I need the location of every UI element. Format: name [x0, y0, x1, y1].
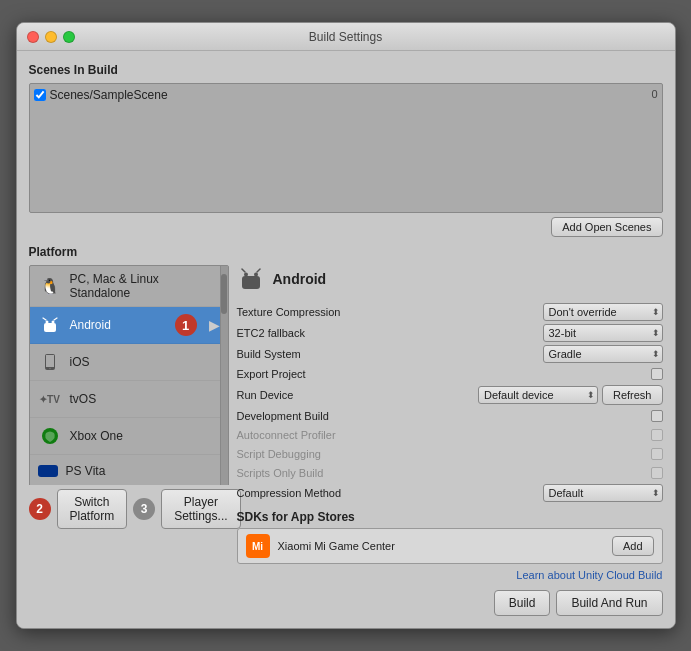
platform-icon-android [38, 313, 62, 337]
texture-compression-select-wrapper: Don't override [543, 303, 663, 321]
platform-list: 🐧 PC, Mac & Linux Standalone Android 1 ▶ [29, 265, 229, 485]
switch-platform-badge: 2 [29, 498, 51, 520]
platform-item-psvita[interactable]: PS Vita [30, 455, 228, 485]
build-and-run-button[interactable]: Build And Run [556, 590, 662, 616]
script-debugging-row: Script Debugging [237, 446, 663, 462]
platform-name-tvos: tvOS [70, 392, 97, 406]
bottom-buttons-row: Build Build And Run [237, 590, 663, 616]
android-badge: 1 [175, 314, 197, 336]
build-system-select-wrapper: Gradle [543, 345, 663, 363]
platform-item-android[interactable]: Android 1 ▶ [30, 307, 228, 344]
export-project-label: Export Project [237, 366, 306, 382]
compression-method-label: Compression Method [237, 485, 342, 501]
settings-panel: Android Texture Compression Don't overri… [237, 265, 663, 616]
build-button[interactable]: Build [494, 590, 551, 616]
svg-point-1 [45, 321, 48, 324]
development-build-row: Development Build [237, 408, 663, 424]
android-header-icon [237, 265, 265, 293]
script-debugging-checkbox[interactable] [651, 448, 663, 460]
export-project-checkbox[interactable] [651, 368, 663, 380]
cloud-build-link[interactable]: Learn about Unity Cloud Build [516, 569, 662, 581]
export-project-row: Export Project [237, 366, 663, 382]
scenes-box: Scenes/SampleScene 0 [29, 83, 663, 213]
platform-name-pc: PC, Mac & Linux Standalone [70, 272, 220, 300]
run-device-row: Run Device Default device Refresh [237, 385, 663, 405]
add-sdk-button[interactable]: Add [612, 536, 654, 556]
compression-method-row: Compression Method Default [237, 484, 663, 502]
scripts-only-label: Scripts Only Build [237, 465, 324, 481]
refresh-button[interactable]: Refresh [602, 385, 663, 405]
autoconnect-profiler-row: Autoconnect Profiler [237, 427, 663, 443]
arrow-right-icon: ▶ [209, 317, 220, 333]
maximize-button[interactable] [63, 31, 75, 43]
platform-name-android: Android [70, 318, 111, 332]
run-device-select-wrapper: Default device [478, 386, 598, 404]
minimize-button[interactable] [45, 31, 57, 43]
run-device-dropdown[interactable]: Default device [478, 386, 598, 404]
sdk-name: Xiaomi Mi Game Center [278, 540, 604, 552]
cloud-build-link-row: Learn about Unity Cloud Build [237, 568, 663, 582]
etc2-fallback-row: ETC2 fallback 32-bit [237, 324, 663, 342]
platform-item-pc[interactable]: 🐧 PC, Mac & Linux Standalone [30, 266, 228, 307]
sdks-label: SDKs for App Stores [237, 510, 663, 524]
etc2-fallback-select-wrapper: 32-bit [543, 324, 663, 342]
etc2-fallback-dropdown[interactable]: 32-bit [543, 324, 663, 342]
build-system-label: Build System [237, 346, 301, 362]
svg-line-15 [242, 269, 245, 272]
autoconnect-profiler-label: Autoconnect Profiler [237, 427, 336, 443]
platform-icon-pc: 🐧 [38, 274, 62, 298]
scripts-only-checkbox[interactable] [651, 467, 663, 479]
svg-rect-12 [242, 276, 260, 289]
right-buttons: Build Build And Run [494, 590, 663, 616]
build-system-row: Build System Gradle [237, 345, 663, 363]
texture-compression-row: Texture Compression Don't override [237, 303, 663, 321]
main-content: Scenes In Build Scenes/SampleScene 0 Add… [17, 51, 675, 628]
scene-checkbox[interactable] [34, 89, 46, 101]
development-build-label: Development Build [237, 408, 329, 424]
platform-icon-tvos: ✦TV [38, 387, 62, 411]
scene-item: Scenes/SampleScene [34, 88, 658, 102]
sdk-item: Mi Xiaomi Mi Game Center Add [237, 528, 663, 564]
svg-line-3 [43, 318, 46, 320]
svg-point-7 [49, 368, 51, 370]
platform-icon-xbox [38, 424, 62, 448]
script-debugging-label: Script Debugging [237, 446, 321, 462]
platform-icon-ios [38, 350, 62, 374]
svg-line-4 [54, 318, 57, 320]
sdks-section: SDKs for App Stores Mi Xiaomi Mi Game Ce… [237, 510, 663, 564]
build-settings-window: Build Settings Scenes In Build Scenes/Sa… [16, 22, 676, 629]
build-system-dropdown[interactable]: Gradle [543, 345, 663, 363]
platform-icon-psvita [38, 465, 58, 477]
close-button[interactable] [27, 31, 39, 43]
player-settings-button[interactable]: Player Settings... [161, 489, 240, 529]
run-device-controls: Default device Refresh [478, 385, 663, 405]
svg-point-13 [244, 273, 248, 277]
compression-method-dropdown[interactable]: Default [543, 484, 663, 502]
development-build-checkbox[interactable] [651, 410, 663, 422]
platform-panel: 🐧 PC, Mac & Linux Standalone Android 1 ▶ [29, 265, 229, 616]
add-open-scenes-row: Add Open Scenes [29, 217, 663, 237]
svg-rect-6 [46, 355, 54, 367]
autoconnect-profiler-checkbox[interactable] [651, 429, 663, 441]
platform-item-tvos[interactable]: ✦TV tvOS [30, 381, 228, 418]
platform-scrollbar[interactable] [220, 266, 228, 485]
switch-platform-button[interactable]: Switch Platform [57, 489, 128, 529]
player-settings-badge: 3 [133, 498, 155, 520]
scenes-label: Scenes In Build [29, 63, 663, 77]
android-settings-title: Android [273, 271, 327, 287]
svg-point-2 [51, 321, 54, 324]
window-title: Build Settings [309, 30, 382, 44]
add-open-scenes-button[interactable]: Add Open Scenes [551, 217, 662, 237]
texture-compression-dropdown[interactable]: Don't override [543, 303, 663, 321]
platform-item-ios[interactable]: iOS [30, 344, 228, 381]
titlebar: Build Settings [17, 23, 675, 51]
svg-rect-0 [44, 323, 56, 332]
scene-index: 0 [651, 88, 657, 100]
etc2-fallback-label: ETC2 fallback [237, 325, 305, 341]
platform-name-ios: iOS [70, 355, 90, 369]
platform-list-container: 🐧 PC, Mac & Linux Standalone Android 1 ▶ [29, 265, 229, 485]
scrollbar-thumb [221, 274, 227, 314]
platform-row: 🐧 PC, Mac & Linux Standalone Android 1 ▶ [29, 265, 663, 616]
platform-item-xbox[interactable]: Xbox One [30, 418, 228, 455]
android-header: Android [237, 265, 663, 293]
